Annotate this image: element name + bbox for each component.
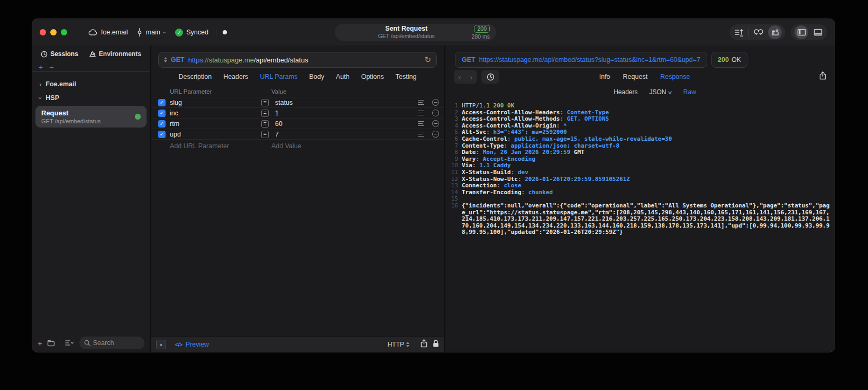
- protocol-selector[interactable]: HTTP: [388, 341, 409, 348]
- equals-operator-icon[interactable]: =: [261, 120, 269, 128]
- add-param-value-placeholder[interactable]: Add Value: [271, 142, 415, 150]
- tab-request[interactable]: Request: [623, 73, 648, 80]
- request-item-title: Request: [41, 109, 141, 117]
- param-name[interactable]: slug: [170, 99, 261, 106]
- param-checkbox[interactable]: ✓: [158, 131, 166, 138]
- traffic-lights: [32, 29, 67, 35]
- panel-bottom-icon: [814, 29, 823, 36]
- zoom-window-button[interactable]: [61, 29, 67, 35]
- subtab-raw[interactable]: Raw: [683, 88, 696, 96]
- project-switcher[interactable]: foe.email: [88, 29, 128, 36]
- add-session-button[interactable]: +: [39, 65, 43, 70]
- line-number: 8: [446, 149, 458, 156]
- remove-param-icon[interactable]: [432, 110, 439, 116]
- panel-left-icon: [797, 29, 806, 36]
- tab-info[interactable]: Info: [599, 73, 610, 80]
- param-name[interactable]: inc: [170, 110, 261, 117]
- sent-url-box[interactable]: GET https://statuspage.me/api/embed/stat…: [455, 52, 707, 68]
- footer-separator: [60, 339, 60, 347]
- tab-url-params[interactable]: URL Params: [260, 73, 297, 80]
- branch-switcher[interactable]: main ›: [136, 28, 166, 37]
- param-name[interactable]: rtm: [170, 120, 261, 128]
- code-line: 14Transfer-Encoding: chunked: [446, 189, 830, 196]
- history-button[interactable]: [481, 70, 499, 84]
- line-number: 11: [446, 169, 458, 176]
- param-name[interactable]: upd: [170, 131, 261, 138]
- sync-label: Synced: [186, 29, 208, 36]
- tab-body[interactable]: Body: [309, 73, 324, 80]
- toggle-sidebar-button[interactable]: [794, 25, 808, 39]
- param-checkbox[interactable]: ✓: [158, 110, 166, 117]
- chevron-down-icon: ∨: [667, 89, 672, 95]
- param-value[interactable]: status: [275, 99, 415, 106]
- layers-icon: [89, 51, 96, 58]
- tab-auth[interactable]: Auth: [336, 73, 350, 80]
- param-value[interactable]: 60: [275, 120, 415, 128]
- toggle-bottom-panel-button[interactable]: [812, 26, 824, 38]
- sync-status[interactable]: ✓ Synced: [175, 29, 208, 37]
- remove-param-icon[interactable]: [432, 99, 439, 106]
- collapse-panel-button[interactable]: ▲: [156, 340, 166, 349]
- request-method[interactable]: GET: [171, 56, 185, 64]
- param-value[interactable]: 1: [275, 110, 415, 117]
- import-export-button[interactable]: [768, 25, 782, 39]
- sort-filter-button[interactable]: [65, 340, 74, 346]
- row-menu-icon[interactable]: [418, 121, 425, 126]
- subtab-headers[interactable]: Headers: [614, 88, 637, 96]
- param-checkbox[interactable]: ✓: [158, 120, 166, 128]
- response-raw-view[interactable]: 1HTTP/1.1 200 OK2Access-Control-Allow-He…: [445, 98, 835, 352]
- sidebar-search-input[interactable]: Search: [79, 337, 144, 349]
- new-request-button[interactable]: +: [38, 339, 42, 348]
- export-response-button[interactable]: [819, 71, 826, 82]
- tab-testing[interactable]: Testing: [396, 73, 417, 80]
- request-url-bar[interactable]: GET https://statuspage.me/api/embed/stat…: [158, 52, 437, 68]
- row-menu-icon[interactable]: [418, 100, 425, 105]
- add-param-name-placeholder[interactable]: Add URL Parameter: [170, 142, 261, 150]
- share-button[interactable]: [421, 339, 427, 349]
- chevron-right-icon: ›: [39, 81, 41, 88]
- remove-param-icon[interactable]: [432, 120, 439, 127]
- response-nav: ‹ › InfoRequestResponse: [445, 68, 835, 86]
- tab-options[interactable]: Options: [361, 73, 384, 80]
- resend-request-icon[interactable]: ↻: [424, 55, 431, 65]
- line-number: 3: [446, 116, 458, 123]
- sent-request-pill[interactable]: Sent Request GET /api/embed/status 200 2…: [335, 24, 496, 41]
- row-menu-icon[interactable]: [418, 111, 425, 115]
- tree-item-foe-email[interactable]: › Foe.email: [32, 77, 150, 91]
- method-stepper-icon[interactable]: [164, 57, 167, 62]
- minimize-window-button[interactable]: [50, 29, 57, 35]
- sidebar-tabs: Sessions Environments: [32, 46, 150, 62]
- sent-request-text: Sent Request GET /api/embed/status: [341, 25, 472, 40]
- history-forward-button[interactable]: ›: [465, 72, 477, 81]
- request-url[interactable]: https://statuspage.me/api/embed/status: [188, 56, 308, 64]
- sort-list-icon: [65, 340, 74, 346]
- sync-loop-button[interactable]: [753, 26, 764, 38]
- tree-item-hsp[interactable]: › HSP: [32, 91, 150, 105]
- lock-button[interactable]: [433, 340, 439, 349]
- tab-response[interactable]: Response: [660, 73, 690, 80]
- close-window-button[interactable]: [40, 29, 46, 35]
- code-glyph-icon: </>: [175, 341, 182, 348]
- row-menu-icon[interactable]: [418, 132, 425, 137]
- remove-param-icon[interactable]: [432, 131, 439, 138]
- equals-operator-icon[interactable]: =: [261, 131, 269, 138]
- equals-operator-icon[interactable]: =: [261, 99, 269, 106]
- send-queue-button[interactable]: [733, 26, 745, 38]
- subtab-json[interactable]: JSON∨: [650, 88, 672, 96]
- preview-button[interactable]: </> Preview: [175, 341, 209, 348]
- request-list-item-selected[interactable]: Request GET /api/embed/status: [35, 106, 147, 128]
- line-number: 1: [446, 103, 458, 110]
- tab-environments[interactable]: Environments: [89, 50, 141, 58]
- history-back-button[interactable]: ‹: [454, 72, 465, 81]
- response-request-line: GET https://statuspage.me/api/embed/stat…: [455, 52, 835, 68]
- tab-sessions[interactable]: Sessions: [41, 50, 78, 58]
- params-add-row[interactable]: Add URL Parameter Add Value: [152, 140, 444, 152]
- remove-session-button[interactable]: −: [49, 65, 53, 70]
- tab-description[interactable]: Description: [179, 73, 212, 80]
- param-value[interactable]: 7: [275, 131, 415, 138]
- tab-headers[interactable]: Headers: [223, 73, 248, 80]
- equals-operator-icon[interactable]: =: [261, 110, 269, 117]
- new-group-button[interactable]: [47, 340, 55, 347]
- share-icon: [819, 71, 826, 80]
- param-checkbox[interactable]: ✓: [158, 99, 166, 106]
